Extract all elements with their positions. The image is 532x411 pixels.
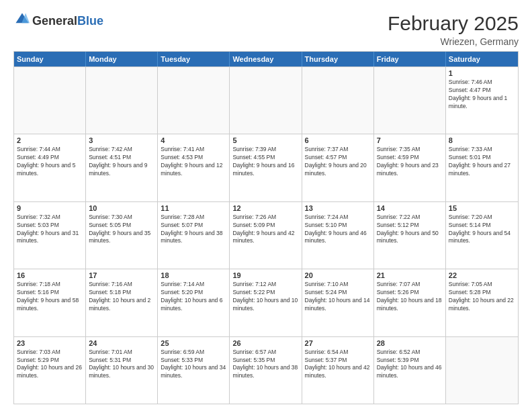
day-info: Sunrise: 6:57 AM Sunset: 5:35 PM Dayligh… bbox=[232, 349, 298, 381]
day-number: 12 bbox=[232, 204, 298, 212]
day-number: 10 bbox=[89, 204, 154, 212]
calendar-cell bbox=[374, 67, 446, 134]
weekday-header: Sunday bbox=[14, 52, 86, 66]
calendar-cell: 26Sunrise: 6:57 AM Sunset: 5:35 PM Dayli… bbox=[230, 337, 302, 404]
calendar-cell: 27Sunrise: 6:54 AM Sunset: 5:37 PM Dayli… bbox=[302, 337, 374, 404]
calendar-cell: 5Sunrise: 7:39 AM Sunset: 4:55 PM Daylig… bbox=[230, 134, 302, 201]
day-number: 23 bbox=[17, 339, 83, 347]
calendar-cell: 20Sunrise: 7:10 AM Sunset: 5:24 PM Dayli… bbox=[302, 269, 374, 336]
day-number: 8 bbox=[449, 136, 515, 144]
day-number: 18 bbox=[161, 271, 226, 279]
location: Wriezen, Germany bbox=[388, 36, 519, 47]
day-number: 5 bbox=[232, 136, 298, 144]
day-info: Sunrise: 7:30 AM Sunset: 5:05 PM Dayligh… bbox=[89, 214, 154, 246]
calendar-cell: 2Sunrise: 7:44 AM Sunset: 4:49 PM Daylig… bbox=[14, 134, 86, 201]
logo-blue-text: Blue bbox=[77, 14, 103, 28]
calendar-cell bbox=[230, 67, 302, 134]
day-number: 1 bbox=[449, 69, 515, 77]
calendar-cell: 28Sunrise: 6:52 AM Sunset: 5:39 PM Dayli… bbox=[374, 337, 446, 404]
day-info: Sunrise: 7:20 AM Sunset: 5:14 PM Dayligh… bbox=[449, 214, 515, 246]
calendar-cell: 18Sunrise: 7:14 AM Sunset: 5:20 PM Dayli… bbox=[158, 269, 230, 336]
calendar-cell: 8Sunrise: 7:33 AM Sunset: 5:01 PM Daylig… bbox=[446, 134, 518, 201]
day-number: 21 bbox=[377, 271, 443, 279]
day-number: 22 bbox=[449, 271, 515, 279]
day-number: 27 bbox=[305, 339, 371, 347]
day-number: 15 bbox=[449, 204, 515, 212]
calendar-cell: 21Sunrise: 7:07 AM Sunset: 5:26 PM Dayli… bbox=[374, 269, 446, 336]
calendar-cell bbox=[302, 67, 374, 134]
day-number: 6 bbox=[305, 136, 371, 144]
calendar-cell: 12Sunrise: 7:26 AM Sunset: 5:09 PM Dayli… bbox=[230, 202, 302, 269]
day-number: 9 bbox=[17, 204, 83, 212]
day-info: Sunrise: 7:01 AM Sunset: 5:31 PM Dayligh… bbox=[89, 349, 154, 381]
day-number: 11 bbox=[161, 204, 226, 212]
day-number: 13 bbox=[305, 204, 371, 212]
day-info: Sunrise: 7:16 AM Sunset: 5:18 PM Dayligh… bbox=[89, 281, 154, 313]
day-info: Sunrise: 7:35 AM Sunset: 4:59 PM Dayligh… bbox=[377, 146, 443, 178]
calendar-cell: 23Sunrise: 7:03 AM Sunset: 5:29 PM Dayli… bbox=[14, 337, 86, 404]
calendar-cell: 6Sunrise: 7:37 AM Sunset: 4:57 PM Daylig… bbox=[302, 134, 374, 201]
calendar-cell: 16Sunrise: 7:18 AM Sunset: 5:16 PM Dayli… bbox=[14, 269, 86, 336]
logo-icon bbox=[15, 12, 30, 27]
day-number: 17 bbox=[89, 271, 154, 279]
day-number: 28 bbox=[377, 339, 443, 347]
month-title: February 2025 bbox=[388, 12, 519, 35]
day-number: 24 bbox=[89, 339, 154, 347]
calendar-row: 2Sunrise: 7:44 AM Sunset: 4:49 PM Daylig… bbox=[14, 134, 518, 201]
day-info: Sunrise: 7:03 AM Sunset: 5:29 PM Dayligh… bbox=[17, 349, 83, 381]
day-number: 14 bbox=[377, 204, 443, 212]
day-number: 20 bbox=[305, 271, 371, 279]
day-info: Sunrise: 7:37 AM Sunset: 4:57 PM Dayligh… bbox=[305, 146, 371, 178]
day-info: Sunrise: 7:39 AM Sunset: 4:55 PM Dayligh… bbox=[232, 146, 298, 178]
day-number: 19 bbox=[232, 271, 298, 279]
day-info: Sunrise: 7:05 AM Sunset: 5:28 PM Dayligh… bbox=[449, 281, 515, 313]
calendar-header: SundayMondayTuesdayWednesdayThursdayFrid… bbox=[14, 52, 518, 66]
weekday-header: Saturday bbox=[446, 52, 518, 66]
calendar-cell: 10Sunrise: 7:30 AM Sunset: 5:05 PM Dayli… bbox=[86, 202, 158, 269]
calendar-cell bbox=[86, 67, 158, 134]
calendar-row: 16Sunrise: 7:18 AM Sunset: 5:16 PM Dayli… bbox=[14, 269, 518, 336]
title-block: February 2025 Wriezen, Germany bbox=[388, 12, 519, 47]
logo-general-text: General bbox=[32, 14, 77, 28]
calendar-row: 9Sunrise: 7:32 AM Sunset: 5:03 PM Daylig… bbox=[14, 201, 518, 269]
calendar-cell: 3Sunrise: 7:42 AM Sunset: 4:51 PM Daylig… bbox=[86, 134, 158, 201]
day-info: Sunrise: 7:28 AM Sunset: 5:07 PM Dayligh… bbox=[161, 214, 226, 246]
calendar-cell: 14Sunrise: 7:22 AM Sunset: 5:12 PM Dayli… bbox=[374, 202, 446, 269]
calendar-cell: 17Sunrise: 7:16 AM Sunset: 5:18 PM Dayli… bbox=[86, 269, 158, 336]
day-info: Sunrise: 7:42 AM Sunset: 4:51 PM Dayligh… bbox=[89, 146, 154, 178]
weekday-header: Friday bbox=[374, 52, 446, 66]
weekday-header: Thursday bbox=[302, 52, 374, 66]
day-number: 26 bbox=[232, 339, 298, 347]
day-info: Sunrise: 7:26 AM Sunset: 5:09 PM Dayligh… bbox=[232, 214, 298, 246]
calendar-row: 1Sunrise: 7:46 AM Sunset: 4:47 PM Daylig… bbox=[14, 66, 518, 134]
calendar-cell bbox=[158, 67, 230, 134]
calendar-cell: 19Sunrise: 7:12 AM Sunset: 5:22 PM Dayli… bbox=[230, 269, 302, 336]
day-number: 2 bbox=[17, 136, 83, 144]
calendar-cell: 24Sunrise: 7:01 AM Sunset: 5:31 PM Dayli… bbox=[86, 337, 158, 404]
calendar-cell: 4Sunrise: 7:41 AM Sunset: 4:53 PM Daylig… bbox=[158, 134, 230, 201]
day-info: Sunrise: 7:14 AM Sunset: 5:20 PM Dayligh… bbox=[161, 281, 226, 313]
calendar-cell bbox=[446, 337, 518, 404]
calendar-row: 23Sunrise: 7:03 AM Sunset: 5:29 PM Dayli… bbox=[14, 336, 518, 404]
day-info: Sunrise: 7:46 AM Sunset: 4:47 PM Dayligh… bbox=[449, 79, 515, 111]
day-info: Sunrise: 7:07 AM Sunset: 5:26 PM Dayligh… bbox=[377, 281, 443, 313]
calendar-cell: 15Sunrise: 7:20 AM Sunset: 5:14 PM Dayli… bbox=[446, 202, 518, 269]
calendar-cell: 22Sunrise: 7:05 AM Sunset: 5:28 PM Dayli… bbox=[446, 269, 518, 336]
calendar-cell bbox=[14, 67, 86, 134]
day-number: 4 bbox=[161, 136, 226, 144]
day-info: Sunrise: 7:32 AM Sunset: 5:03 PM Dayligh… bbox=[17, 214, 83, 246]
day-info: Sunrise: 7:22 AM Sunset: 5:12 PM Dayligh… bbox=[377, 214, 443, 246]
page-header: General Blue February 2025 Wriezen, Germ… bbox=[13, 12, 519, 47]
calendar-body: 1Sunrise: 7:46 AM Sunset: 4:47 PM Daylig… bbox=[14, 66, 518, 404]
weekday-header: Tuesday bbox=[158, 52, 230, 66]
day-info: Sunrise: 6:54 AM Sunset: 5:37 PM Dayligh… bbox=[305, 349, 371, 381]
calendar: SundayMondayTuesdayWednesdayThursdayFrid… bbox=[13, 51, 519, 404]
calendar-cell: 9Sunrise: 7:32 AM Sunset: 5:03 PM Daylig… bbox=[14, 202, 86, 269]
day-info: Sunrise: 7:10 AM Sunset: 5:24 PM Dayligh… bbox=[305, 281, 371, 313]
day-info: Sunrise: 7:24 AM Sunset: 5:10 PM Dayligh… bbox=[305, 214, 371, 246]
calendar-cell: 1Sunrise: 7:46 AM Sunset: 4:47 PM Daylig… bbox=[446, 67, 518, 134]
calendar-cell: 7Sunrise: 7:35 AM Sunset: 4:59 PM Daylig… bbox=[374, 134, 446, 201]
day-info: Sunrise: 7:18 AM Sunset: 5:16 PM Dayligh… bbox=[17, 281, 83, 313]
day-number: 3 bbox=[89, 136, 154, 144]
calendar-cell: 13Sunrise: 7:24 AM Sunset: 5:10 PM Dayli… bbox=[302, 202, 374, 269]
